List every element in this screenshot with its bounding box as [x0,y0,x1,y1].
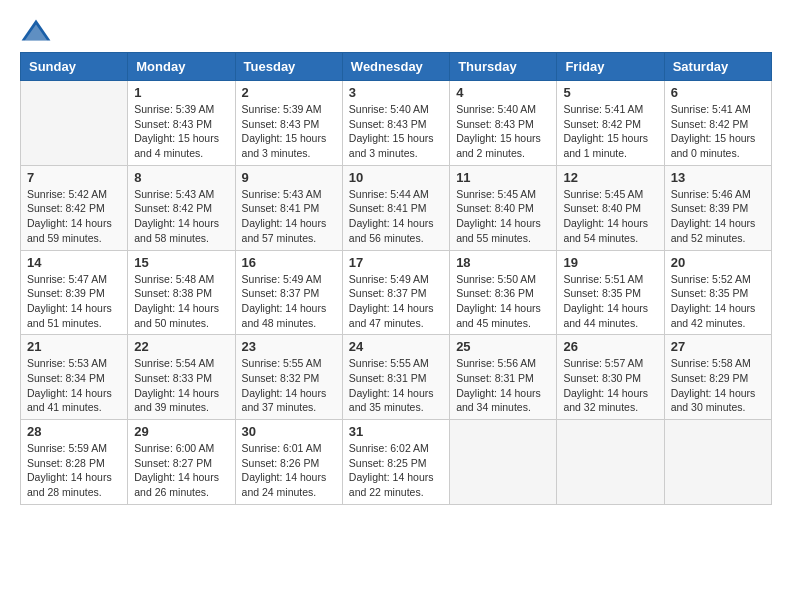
calendar-header: SundayMondayTuesdayWednesdayThursdayFrid… [21,53,772,81]
day-number: 17 [349,255,443,270]
calendar-cell: 14Sunrise: 5:47 AM Sunset: 8:39 PM Dayli… [21,250,128,335]
calendar-cell: 24Sunrise: 5:55 AM Sunset: 8:31 PM Dayli… [342,335,449,420]
weekday-header: Monday [128,53,235,81]
calendar-cell: 29Sunrise: 6:00 AM Sunset: 8:27 PM Dayli… [128,420,235,505]
calendar-cell: 18Sunrise: 5:50 AM Sunset: 8:36 PM Dayli… [450,250,557,335]
day-info: Sunrise: 5:45 AM Sunset: 8:40 PM Dayligh… [563,187,657,246]
calendar-cell: 22Sunrise: 5:54 AM Sunset: 8:33 PM Dayli… [128,335,235,420]
day-info: Sunrise: 5:45 AM Sunset: 8:40 PM Dayligh… [456,187,550,246]
day-info: Sunrise: 5:41 AM Sunset: 8:42 PM Dayligh… [563,102,657,161]
day-info: Sunrise: 5:40 AM Sunset: 8:43 PM Dayligh… [349,102,443,161]
calendar-week-row: 1Sunrise: 5:39 AM Sunset: 8:43 PM Daylig… [21,81,772,166]
day-info: Sunrise: 5:55 AM Sunset: 8:32 PM Dayligh… [242,356,336,415]
page-header [20,10,772,46]
day-number: 1 [134,85,228,100]
day-info: Sunrise: 5:59 AM Sunset: 8:28 PM Dayligh… [27,441,121,500]
day-number: 23 [242,339,336,354]
calendar-cell: 12Sunrise: 5:45 AM Sunset: 8:40 PM Dayli… [557,165,664,250]
calendar-cell: 4Sunrise: 5:40 AM Sunset: 8:43 PM Daylig… [450,81,557,166]
calendar-cell: 9Sunrise: 5:43 AM Sunset: 8:41 PM Daylig… [235,165,342,250]
day-info: Sunrise: 5:44 AM Sunset: 8:41 PM Dayligh… [349,187,443,246]
calendar-cell: 3Sunrise: 5:40 AM Sunset: 8:43 PM Daylig… [342,81,449,166]
calendar-cell: 20Sunrise: 5:52 AM Sunset: 8:35 PM Dayli… [664,250,771,335]
logo [20,18,56,46]
calendar-cell: 15Sunrise: 5:48 AM Sunset: 8:38 PM Dayli… [128,250,235,335]
day-number: 11 [456,170,550,185]
weekday-header: Friday [557,53,664,81]
day-number: 28 [27,424,121,439]
day-number: 16 [242,255,336,270]
day-info: Sunrise: 5:50 AM Sunset: 8:36 PM Dayligh… [456,272,550,331]
day-info: Sunrise: 6:02 AM Sunset: 8:25 PM Dayligh… [349,441,443,500]
calendar-cell: 17Sunrise: 5:49 AM Sunset: 8:37 PM Dayli… [342,250,449,335]
calendar-cell: 6Sunrise: 5:41 AM Sunset: 8:42 PM Daylig… [664,81,771,166]
day-info: Sunrise: 5:55 AM Sunset: 8:31 PM Dayligh… [349,356,443,415]
calendar-cell: 5Sunrise: 5:41 AM Sunset: 8:42 PM Daylig… [557,81,664,166]
day-number: 25 [456,339,550,354]
day-info: Sunrise: 5:52 AM Sunset: 8:35 PM Dayligh… [671,272,765,331]
day-number: 12 [563,170,657,185]
day-number: 15 [134,255,228,270]
calendar-cell: 8Sunrise: 5:43 AM Sunset: 8:42 PM Daylig… [128,165,235,250]
calendar-cell: 26Sunrise: 5:57 AM Sunset: 8:30 PM Dayli… [557,335,664,420]
calendar-cell: 31Sunrise: 6:02 AM Sunset: 8:25 PM Dayli… [342,420,449,505]
day-number: 20 [671,255,765,270]
calendar-cell: 27Sunrise: 5:58 AM Sunset: 8:29 PM Dayli… [664,335,771,420]
calendar-cell: 28Sunrise: 5:59 AM Sunset: 8:28 PM Dayli… [21,420,128,505]
day-info: Sunrise: 6:01 AM Sunset: 8:26 PM Dayligh… [242,441,336,500]
day-info: Sunrise: 5:46 AM Sunset: 8:39 PM Dayligh… [671,187,765,246]
calendar-cell: 16Sunrise: 5:49 AM Sunset: 8:37 PM Dayli… [235,250,342,335]
day-info: Sunrise: 5:39 AM Sunset: 8:43 PM Dayligh… [134,102,228,161]
day-number: 13 [671,170,765,185]
day-number: 3 [349,85,443,100]
day-info: Sunrise: 5:51 AM Sunset: 8:35 PM Dayligh… [563,272,657,331]
calendar-cell: 11Sunrise: 5:45 AM Sunset: 8:40 PM Dayli… [450,165,557,250]
calendar-cell [450,420,557,505]
day-info: Sunrise: 5:54 AM Sunset: 8:33 PM Dayligh… [134,356,228,415]
day-number: 18 [456,255,550,270]
day-number: 7 [27,170,121,185]
calendar-week-row: 28Sunrise: 5:59 AM Sunset: 8:28 PM Dayli… [21,420,772,505]
day-number: 4 [456,85,550,100]
calendar-table: SundayMondayTuesdayWednesdayThursdayFrid… [20,52,772,505]
day-number: 10 [349,170,443,185]
day-number: 6 [671,85,765,100]
weekday-header: Thursday [450,53,557,81]
day-info: Sunrise: 5:39 AM Sunset: 8:43 PM Dayligh… [242,102,336,161]
day-info: Sunrise: 5:43 AM Sunset: 8:41 PM Dayligh… [242,187,336,246]
weekday-header: Sunday [21,53,128,81]
day-number: 29 [134,424,228,439]
weekday-header: Wednesday [342,53,449,81]
calendar-cell: 30Sunrise: 6:01 AM Sunset: 8:26 PM Dayli… [235,420,342,505]
calendar-cell [557,420,664,505]
day-info: Sunrise: 5:41 AM Sunset: 8:42 PM Dayligh… [671,102,765,161]
day-info: Sunrise: 5:47 AM Sunset: 8:39 PM Dayligh… [27,272,121,331]
calendar-cell [664,420,771,505]
calendar-cell: 21Sunrise: 5:53 AM Sunset: 8:34 PM Dayli… [21,335,128,420]
day-number: 14 [27,255,121,270]
logo-icon [20,18,52,46]
weekday-header: Tuesday [235,53,342,81]
day-number: 30 [242,424,336,439]
calendar-week-row: 7Sunrise: 5:42 AM Sunset: 8:42 PM Daylig… [21,165,772,250]
day-info: Sunrise: 5:43 AM Sunset: 8:42 PM Dayligh… [134,187,228,246]
calendar-cell: 25Sunrise: 5:56 AM Sunset: 8:31 PM Dayli… [450,335,557,420]
calendar-cell: 2Sunrise: 5:39 AM Sunset: 8:43 PM Daylig… [235,81,342,166]
day-number: 2 [242,85,336,100]
calendar-week-row: 21Sunrise: 5:53 AM Sunset: 8:34 PM Dayli… [21,335,772,420]
day-number: 9 [242,170,336,185]
day-info: Sunrise: 5:48 AM Sunset: 8:38 PM Dayligh… [134,272,228,331]
day-number: 8 [134,170,228,185]
day-info: Sunrise: 5:49 AM Sunset: 8:37 PM Dayligh… [242,272,336,331]
day-info: Sunrise: 5:57 AM Sunset: 8:30 PM Dayligh… [563,356,657,415]
calendar-week-row: 14Sunrise: 5:47 AM Sunset: 8:39 PM Dayli… [21,250,772,335]
day-info: Sunrise: 5:58 AM Sunset: 8:29 PM Dayligh… [671,356,765,415]
day-number: 26 [563,339,657,354]
calendar-cell [21,81,128,166]
calendar-cell: 1Sunrise: 5:39 AM Sunset: 8:43 PM Daylig… [128,81,235,166]
day-number: 24 [349,339,443,354]
day-info: Sunrise: 5:40 AM Sunset: 8:43 PM Dayligh… [456,102,550,161]
day-info: Sunrise: 5:56 AM Sunset: 8:31 PM Dayligh… [456,356,550,415]
day-info: Sunrise: 5:49 AM Sunset: 8:37 PM Dayligh… [349,272,443,331]
day-info: Sunrise: 6:00 AM Sunset: 8:27 PM Dayligh… [134,441,228,500]
